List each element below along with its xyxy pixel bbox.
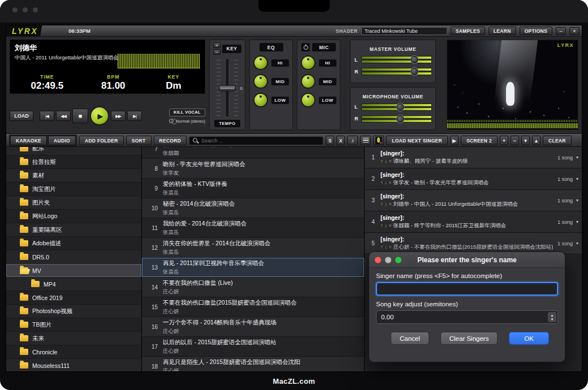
sidebar-item[interactable]: DR5.0 [6, 250, 141, 264]
song-row[interactable]: 12消失在你的世界里 - 2014台北破浪演唱会张震岳 [142, 238, 364, 258]
remove-icon[interactable]: × [389, 202, 392, 207]
tempo-slider-thumb[interactable] [219, 85, 236, 91]
load-button[interactable]: LOAD [10, 111, 33, 121]
song-row[interactable]: 17以后的以后 - 2015甜妍蜜语全国巡回演唱站庄心妍 [142, 337, 364, 357]
sidebar-item[interactable]: 网站Logo [6, 210, 141, 223]
master-left-slider[interactable] [362, 55, 431, 64]
song-row[interactable]: 16一万个舍不得 - 2014酷狗音乐十年盛典现场庄心妍 [142, 317, 364, 337]
sidebar-item[interactable]: 淘宝图片 [6, 183, 141, 196]
stop-button[interactable]: ■ [72, 109, 88, 123]
shader-select[interactable]: Traced Minkowski Tube [361, 27, 447, 35]
next-track-button[interactable]: ▶| [127, 111, 142, 121]
queue-row[interactable]: 1 [singer]: ↑ ↓ × 谭咏麟、顾芮宁 - 披着羊皮的狼 1 son… [365, 147, 582, 168]
tab-karaoke[interactable]: KARAOKE [10, 136, 47, 145]
add-folder-button[interactable]: ADD FOLDER [79, 136, 124, 145]
move-up-button[interactable]: ▲ [532, 136, 541, 145]
sidebar-item-selected[interactable]: MV [6, 264, 141, 278]
mic-low-knob[interactable] [301, 93, 315, 107]
remove-icon[interactable]: × [389, 223, 392, 228]
mic-left-thumb[interactable] [396, 103, 404, 111]
song-row[interactable]: 11我给的爱 - 2014台北破浪演唱会张震岳 [142, 218, 364, 238]
kill-vocal-button[interactable]: KILL VOCAL [169, 109, 205, 116]
key-up-button[interactable]: + [213, 42, 220, 48]
search-input[interactable] [201, 138, 319, 144]
ok-button[interactable]: OK [509, 332, 549, 345]
eq-low-knob[interactable] [253, 93, 268, 107]
sidebar-item[interactable]: 图片夹 [6, 196, 141, 210]
mic-power-button[interactable] [301, 43, 310, 51]
remove-icon[interactable]: × [389, 159, 392, 164]
queue-row[interactable]: 2 [singer]: ↑ ↓ × 张学友 - 吻别 - 学友光年世界巡回演唱会… [365, 168, 582, 190]
sidebar-item[interactable]: TB图片 [6, 318, 141, 332]
remove-icon[interactable]: × [389, 245, 392, 250]
expand-icon[interactable]: ▾ [576, 198, 578, 203]
eq-mid-knob[interactable] [253, 74, 268, 89]
minimize-button[interactable]: – [556, 27, 566, 35]
tempo-slider[interactable]: 0 [212, 58, 243, 118]
song-row[interactable]: 7改变 - 2013倾听世界巡回演唱会张靓颖 [142, 147, 364, 159]
folder-sidebar[interactable]: 配乐 拉普拉斯 素材 淘宝图片 图片夹 网站Logo 重要隔离区 Adobe描述… [6, 147, 142, 371]
expand-icon[interactable]: ▾ [576, 219, 578, 224]
stepper-down-icon[interactable]: ▼ [551, 318, 554, 321]
load-next-singer-button[interactable]: LOAD NEXT SINGER [386, 136, 448, 145]
play-button[interactable]: ▶ [90, 106, 109, 125]
key-down-button[interactable]: − [213, 49, 220, 55]
expand-icon[interactable]: ▾ [576, 176, 578, 181]
sidebar-item[interactable]: 重要隔离区 [6, 223, 141, 237]
fast-forward-button[interactable]: ▶▶ [111, 111, 126, 121]
sidebar-item[interactable]: 配乐 [6, 147, 141, 155]
stepper-arrows[interactable]: ▲ ▼ [548, 312, 556, 322]
sidebar-item[interactable]: Adobe描述 [6, 237, 141, 250]
move-up-icon[interactable]: ↑ [381, 180, 383, 185]
previous-track-button[interactable]: |◀ [40, 111, 54, 121]
song-row[interactable]: 8吻别 - 学友光年世界巡回演唱会张学友 [142, 159, 364, 179]
search-clear-button[interactable]: X [336, 136, 345, 145]
waveform[interactable] [118, 54, 200, 68]
move-up-icon[interactable]: ↑ [381, 245, 383, 250]
queue-row[interactable]: 3 [singer]: ↑ ↓ × 刘德华 - 中国人 - 2011 Unfor… [365, 190, 582, 211]
play-next-button[interactable]: ▶ [450, 136, 459, 145]
close-dialog-icon[interactable] [375, 257, 381, 263]
screen-2-button[interactable]: SCREEN 2 [461, 136, 498, 145]
learn-button[interactable]: LEARN [488, 27, 516, 35]
zoom-out-button[interactable]: − [511, 136, 519, 145]
move-down-icon[interactable]: ↓ [384, 223, 387, 228]
tab-audio[interactable]: AUDIO [48, 136, 76, 145]
queue-row[interactable]: 4 [singer]: ↑ ↓ × 张靓颖 - 终于等到你 - 2015江苏卫视… [365, 211, 582, 233]
search-s-button[interactable]: S [326, 136, 334, 145]
mic-mid-knob[interactable] [301, 74, 315, 89]
move-down-icon[interactable]: ↓ [384, 180, 387, 185]
move-up-icon[interactable]: ↑ [381, 159, 383, 164]
singer-rotation-button[interactable] [373, 136, 384, 145]
master-left-thumb[interactable] [411, 56, 418, 63]
eq-hi-knob[interactable] [253, 55, 268, 70]
master-right-thumb[interactable] [411, 68, 418, 75]
list-view-button[interactable] [360, 136, 371, 145]
song-row[interactable]: 15不要在我的伤口撒盐(2015甜妍蜜语全国巡回演唱会庄心妍 [142, 297, 364, 317]
channel-mode-label[interactable]: Normal (stereo) [176, 119, 205, 124]
sidebar-item[interactable]: Mouseless111 [6, 359, 141, 371]
mic-right-slider[interactable] [362, 115, 431, 123]
sidebar-item[interactable]: 素材 [6, 169, 141, 183]
zoom-in-button[interactable]: + [500, 136, 508, 145]
sidebar-item[interactable]: 未来 [6, 332, 141, 345]
video-preview[interactable]: LYRX [447, 40, 578, 130]
sidebar-subitem[interactable]: MP4 [6, 278, 141, 291]
song-row[interactable]: 18再见只是陌生人 - 2015甜妍蜜语全国巡回演唱会沈阳庄心妍 [142, 357, 364, 371]
search-box[interactable] [189, 136, 323, 145]
expand-icon[interactable]: ▾ [576, 241, 578, 246]
stepper-up-icon[interactable]: ▲ [551, 314, 554, 317]
sidebar-item[interactable]: Office 2019 [6, 291, 141, 305]
song-row[interactable]: 10秘密 - 2014台北破浪演唱会张震岳 [142, 198, 364, 218]
minimize-dialog-icon[interactable] [385, 257, 391, 263]
sidebar-item[interactable]: Photoshop视频 [6, 305, 141, 318]
music-note-button[interactable]: ♪ [347, 136, 358, 145]
move-up-icon[interactable]: ↑ [381, 202, 383, 207]
singer-name-input[interactable] [376, 282, 558, 296]
record-button[interactable]: RECORD [154, 136, 187, 145]
master-right-slider[interactable] [362, 67, 431, 76]
move-down-icon[interactable]: ↓ [384, 202, 387, 207]
close-button[interactable]: × [569, 27, 580, 35]
mic-left-slider[interactable] [362, 103, 431, 111]
move-down-icon[interactable]: ↓ [384, 159, 387, 164]
